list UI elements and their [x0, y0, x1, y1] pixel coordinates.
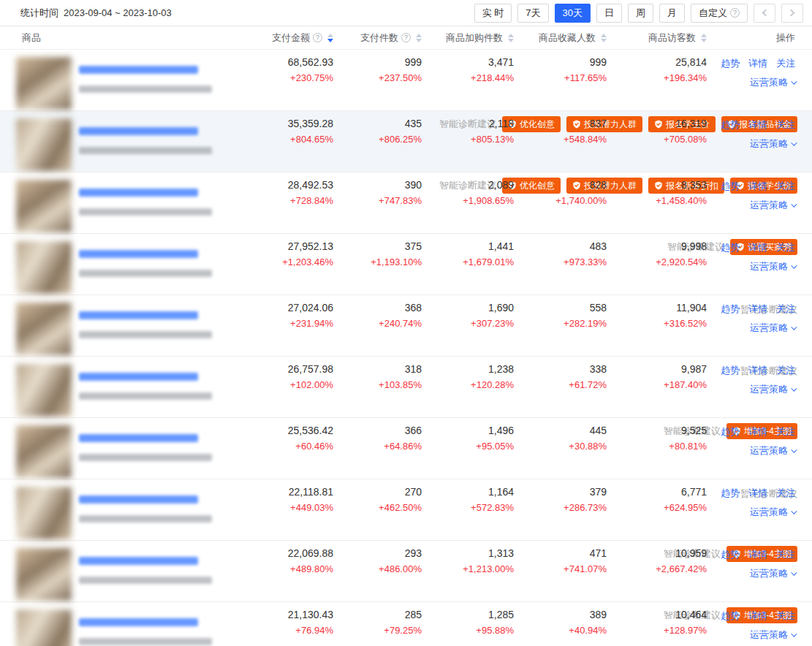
- action-link-1[interactable]: 详情: [748, 609, 767, 623]
- product-image[interactable]: [16, 241, 72, 294]
- product-title-link[interactable]: [79, 127, 198, 135]
- action-link-2[interactable]: 关注: [776, 180, 795, 193]
- product-image[interactable]: [16, 487, 72, 539]
- action-link-0[interactable]: 趋势: [721, 548, 740, 561]
- pay-items-change: +1,193.10%: [333, 257, 422, 267]
- help-icon[interactable]: [313, 33, 322, 42]
- sort-icon[interactable]: [327, 34, 333, 42]
- period-button-6[interactable]: 自定义: [691, 4, 748, 23]
- product-title-link[interactable]: [79, 557, 198, 565]
- action-link-2[interactable]: 关注: [776, 487, 795, 500]
- pay-amount-value: 27,952.13: [248, 241, 333, 252]
- chevron-down-icon: [791, 385, 797, 391]
- next-period-button[interactable]: [781, 4, 803, 23]
- visitors-value: 10,464: [607, 609, 707, 620]
- period-button-4[interactable]: 周: [628, 4, 653, 23]
- column-header-pay-amount: 支付金额: [248, 31, 333, 45]
- cart-items-value: 2,118: [422, 118, 514, 129]
- actions-cell: 趋势详情关注 运营策略: [707, 609, 812, 646]
- pay-items-change: +806.25%: [333, 134, 422, 145]
- action-link-2[interactable]: 关注: [776, 609, 795, 623]
- action-link-2[interactable]: 关注: [776, 241, 795, 254]
- period-button-label: 周: [636, 7, 645, 20]
- sort-icon[interactable]: [601, 34, 607, 42]
- help-icon[interactable]: [401, 33, 411, 42]
- strategy-dropdown[interactable]: 运营策略: [750, 506, 795, 519]
- product-title-link[interactable]: [79, 618, 198, 626]
- action-link-0[interactable]: 趋势: [721, 57, 740, 70]
- action-link-2[interactable]: 关注: [776, 364, 795, 377]
- actions-cell: 趋势详情关注 运营策略: [707, 57, 812, 110]
- action-link-1[interactable]: 详情: [748, 241, 767, 254]
- fav-users-cell: 837 +548.84%: [514, 118, 607, 171]
- strategy-dropdown[interactable]: 运营策略: [750, 444, 795, 457]
- period-button-3[interactable]: 日: [596, 4, 622, 23]
- sort-icon[interactable]: [701, 34, 707, 42]
- period-button-2[interactable]: 30天: [555, 4, 591, 23]
- product-title-link[interactable]: [79, 495, 198, 503]
- product-title-link[interactable]: [79, 311, 198, 319]
- strategy-dropdown[interactable]: 运营策略: [750, 567, 795, 580]
- action-link-1[interactable]: 详情: [748, 487, 767, 500]
- product-title-link[interactable]: [79, 373, 198, 381]
- action-link-2[interactable]: 关注: [776, 303, 795, 316]
- strategy-dropdown[interactable]: 运营策略: [750, 628, 795, 642]
- action-link-2[interactable]: 关注: [776, 425, 795, 438]
- fav-users-change: +286.73%: [514, 503, 607, 513]
- product-image[interactable]: [16, 548, 72, 601]
- action-link-0[interactable]: 趋势: [721, 487, 740, 500]
- action-link-0[interactable]: 趋势: [721, 118, 740, 132]
- action-link-2[interactable]: 关注: [776, 548, 795, 561]
- period-button-1[interactable]: 7天: [517, 4, 548, 23]
- product-cell: [0, 487, 248, 539]
- product-image[interactable]: [16, 425, 72, 478]
- product-title-link[interactable]: [79, 434, 198, 442]
- visitors-change: +187.40%: [607, 380, 707, 390]
- cart-items-change: +1,679.01%: [422, 257, 514, 267]
- action-link-0[interactable]: 趋势: [721, 241, 740, 254]
- product-image[interactable]: [16, 57, 72, 110]
- action-link-1[interactable]: 详情: [748, 303, 767, 316]
- product-image[interactable]: [16, 364, 72, 417]
- pay-amount-cell: 27,024.06 +231.94%: [248, 303, 333, 355]
- action-link-0[interactable]: 趋势: [721, 303, 740, 316]
- product-title-link[interactable]: [79, 189, 198, 197]
- action-link-2[interactable]: 关注: [776, 57, 795, 70]
- product-image[interactable]: [16, 180, 72, 232]
- strategy-dropdown[interactable]: 运营策略: [750, 137, 795, 151]
- prev-period-button[interactable]: [754, 4, 775, 23]
- strategy-dropdown[interactable]: 运营策略: [750, 260, 795, 273]
- product-title-link[interactable]: [79, 66, 198, 74]
- product-image[interactable]: [16, 303, 72, 355]
- strategy-dropdown[interactable]: 运营策略: [750, 383, 795, 396]
- action-link-0[interactable]: 趋势: [721, 425, 740, 438]
- action-link-1[interactable]: 详情: [748, 57, 767, 70]
- period-button-5[interactable]: 月: [659, 4, 685, 23]
- action-link-1[interactable]: 详情: [748, 425, 767, 438]
- cart-items-cell: 1,313 +1,213.00%: [422, 548, 514, 601]
- product-title-link[interactable]: [79, 250, 198, 258]
- period-button-0[interactable]: 实 时: [474, 4, 512, 23]
- column-header-product: 商品: [0, 31, 248, 45]
- strategy-dropdown[interactable]: 运营策略: [750, 199, 795, 212]
- product-image[interactable]: [16, 609, 72, 646]
- action-link-1[interactable]: 详情: [748, 548, 767, 561]
- visitors-value: 9,987: [607, 364, 707, 375]
- action-link-0[interactable]: 趋势: [721, 609, 740, 623]
- fav-users-change: +1,740.00%: [514, 196, 607, 206]
- action-link-1[interactable]: 详情: [748, 118, 767, 132]
- sort-icon[interactable]: [508, 34, 514, 42]
- cart-items-value: 2,089: [422, 180, 514, 191]
- strategy-dropdown[interactable]: 运营策略: [750, 322, 795, 335]
- pay-amount-change: +1,203.46%: [248, 257, 333, 267]
- action-link-1[interactable]: 详情: [748, 180, 767, 193]
- strategy-dropdown[interactable]: 运营策略: [750, 76, 795, 89]
- action-link-0[interactable]: 趋势: [721, 364, 740, 377]
- action-link-0[interactable]: 趋势: [721, 180, 740, 193]
- help-icon[interactable]: [730, 8, 740, 18]
- action-link-2[interactable]: 关注: [776, 118, 795, 132]
- product-image[interactable]: [16, 118, 72, 171]
- sort-icon[interactable]: [416, 34, 422, 42]
- action-link-1[interactable]: 详情: [748, 364, 767, 377]
- fav-users-value: 445: [514, 425, 607, 436]
